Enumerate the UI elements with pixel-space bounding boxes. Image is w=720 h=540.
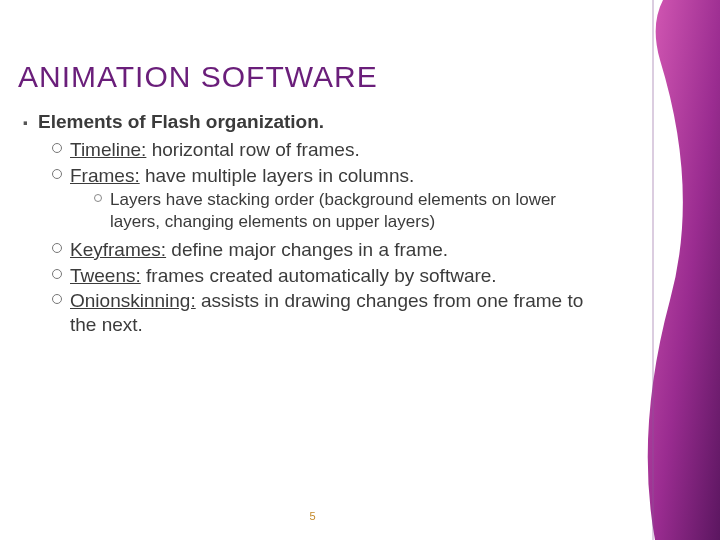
slide: ANIMATION SOFTWARE Elements of Flash org…: [0, 0, 720, 540]
item-timeline: Timeline: horizontal row of frames.: [18, 138, 588, 162]
side-decoration: [625, 0, 720, 540]
item-layers-note: Layers have stacking order (background e…: [18, 189, 588, 232]
term-keyframes: Keyframes:: [70, 239, 166, 260]
item-tweens: Tweens: frames created automatically by …: [18, 264, 588, 288]
item-onionskinning: Onionskinning: assists in drawing change…: [18, 289, 588, 337]
desc-frames: have multiple layers in columns.: [140, 165, 415, 186]
desc-keyframes: define major changes in a frame.: [166, 239, 448, 260]
desc-tweens: frames created automatically by software…: [141, 265, 497, 286]
slide-content: Elements of Flash organization. Timeline…: [18, 110, 588, 339]
slide-title: ANIMATION SOFTWARE: [18, 60, 378, 94]
desc-timeline: horizontal row of frames.: [146, 139, 359, 160]
term-tweens: Tweens:: [70, 265, 141, 286]
heading-elements: Elements of Flash organization.: [18, 110, 588, 134]
page-number: 5: [0, 510, 625, 522]
term-onionskinning: Onionskinning:: [70, 290, 196, 311]
term-timeline: Timeline:: [70, 139, 146, 160]
item-frames: Frames: have multiple layers in columns.: [18, 164, 588, 188]
term-frames: Frames:: [70, 165, 140, 186]
item-keyframes: Keyframes: define major changes in a fra…: [18, 238, 588, 262]
